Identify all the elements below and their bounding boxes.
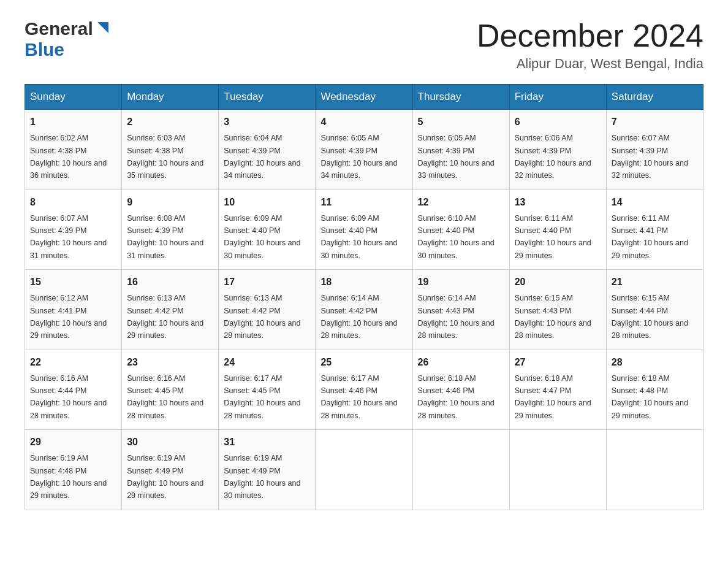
day-info: Sunrise: 6:06 AMSunset: 4:39 PMDaylight:… — [515, 134, 591, 180]
day-number: 28 — [612, 355, 698, 370]
day-info: Sunrise: 6:19 AMSunset: 4:48 PMDaylight:… — [30, 454, 107, 500]
day-number: 31 — [224, 435, 310, 450]
day-info: Sunrise: 6:02 AMSunset: 4:38 PMDaylight:… — [30, 134, 107, 180]
day-number: 1 — [30, 115, 116, 129]
day-info: Sunrise: 6:07 AMSunset: 4:39 PMDaylight:… — [30, 214, 107, 260]
logo-general-text: General — [25, 18, 93, 39]
day-info: Sunrise: 6:14 AMSunset: 4:42 PMDaylight:… — [320, 294, 397, 340]
day-info: Sunrise: 6:04 AMSunset: 4:39 PMDaylight:… — [224, 134, 300, 180]
day-number: 7 — [612, 115, 698, 129]
day-info: Sunrise: 6:08 AMSunset: 4:39 PMDaylight:… — [127, 214, 203, 260]
calendar-week-row: 15 Sunrise: 6:12 AMSunset: 4:41 PMDaylig… — [25, 270, 703, 350]
calendar-week-row: 1 Sunrise: 6:02 AMSunset: 4:38 PMDayligh… — [25, 110, 703, 190]
day-number: 19 — [418, 275, 504, 289]
day-number: 4 — [320, 115, 407, 129]
day-info: Sunrise: 6:18 AMSunset: 4:47 PMDaylight:… — [515, 374, 591, 420]
day-number: 25 — [320, 355, 407, 370]
day-info: Sunrise: 6:11 AMSunset: 4:40 PMDaylight:… — [515, 214, 591, 260]
day-number: 15 — [30, 275, 116, 289]
calendar-cell: 20 Sunrise: 6:15 AMSunset: 4:43 PMDaylig… — [509, 270, 606, 350]
day-number: 18 — [320, 275, 407, 289]
calendar-header-row: SundayMondayTuesdayWednesdayThursdayFrid… — [25, 85, 703, 110]
calendar-cell: 30 Sunrise: 6:19 AMSunset: 4:49 PMDaylig… — [122, 430, 219, 510]
day-number: 5 — [418, 115, 504, 129]
column-header-wednesday: Wednesday — [316, 85, 412, 110]
day-info: Sunrise: 6:12 AMSunset: 4:41 PMDaylight:… — [30, 294, 107, 340]
day-info: Sunrise: 6:11 AMSunset: 4:41 PMDaylight:… — [612, 214, 688, 260]
day-number: 27 — [515, 355, 601, 370]
day-info: Sunrise: 6:16 AMSunset: 4:44 PMDaylight:… — [30, 374, 107, 420]
day-number: 24 — [224, 355, 310, 370]
calendar-cell: 13 Sunrise: 6:11 AMSunset: 4:40 PMDaylig… — [509, 190, 606, 270]
calendar-cell: 23 Sunrise: 6:16 AMSunset: 4:45 PMDaylig… — [122, 350, 219, 430]
day-number: 8 — [30, 195, 116, 210]
column-header-monday: Monday — [122, 85, 219, 110]
calendar-cell: 12 Sunrise: 6:10 AMSunset: 4:40 PMDaylig… — [412, 190, 509, 270]
calendar-cell: 8 Sunrise: 6:07 AMSunset: 4:39 PMDayligh… — [25, 190, 122, 270]
calendar-cell: 15 Sunrise: 6:12 AMSunset: 4:41 PMDaylig… — [25, 270, 122, 350]
day-number: 13 — [515, 195, 601, 210]
calendar-cell: 19 Sunrise: 6:14 AMSunset: 4:43 PMDaylig… — [412, 270, 509, 350]
day-number: 6 — [515, 115, 601, 129]
calendar-cell — [509, 430, 606, 510]
location-subtitle: Alipur Duar, West Bengal, India — [477, 56, 703, 72]
day-info: Sunrise: 6:16 AMSunset: 4:45 PMDaylight:… — [127, 374, 203, 420]
day-info: Sunrise: 6:18 AMSunset: 4:48 PMDaylight:… — [612, 374, 688, 420]
column-header-sunday: Sunday — [25, 85, 122, 110]
logo-arrow-icon — [95, 20, 111, 36]
day-number: 26 — [418, 355, 504, 370]
calendar-cell: 17 Sunrise: 6:13 AMSunset: 4:42 PMDaylig… — [219, 270, 316, 350]
day-number: 11 — [320, 195, 407, 210]
day-info: Sunrise: 6:09 AMSunset: 4:40 PMDaylight:… — [224, 214, 300, 260]
calendar-table: SundayMondayTuesdayWednesdayThursdayFrid… — [25, 84, 703, 510]
month-year-title: December 2024 — [477, 18, 703, 53]
day-number: 10 — [224, 195, 310, 210]
day-number: 17 — [224, 275, 310, 289]
day-number: 29 — [30, 435, 116, 450]
day-number: 16 — [127, 275, 213, 289]
day-number: 22 — [30, 355, 116, 370]
day-number: 14 — [612, 195, 698, 210]
day-number: 23 — [127, 355, 213, 370]
day-number: 9 — [127, 195, 213, 210]
calendar-cell: 29 Sunrise: 6:19 AMSunset: 4:48 PMDaylig… — [25, 430, 122, 510]
calendar-cell: 25 Sunrise: 6:17 AMSunset: 4:46 PMDaylig… — [316, 350, 412, 430]
day-number: 30 — [127, 435, 213, 450]
day-info: Sunrise: 6:09 AMSunset: 4:40 PMDaylight:… — [320, 214, 397, 260]
column-header-tuesday: Tuesday — [219, 85, 316, 110]
calendar-cell: 31 Sunrise: 6:19 AMSunset: 4:49 PMDaylig… — [219, 430, 316, 510]
svg-marker-0 — [97, 22, 108, 33]
calendar-cell: 26 Sunrise: 6:18 AMSunset: 4:46 PMDaylig… — [412, 350, 509, 430]
logo: General Blue — [25, 18, 111, 60]
day-info: Sunrise: 6:03 AMSunset: 4:38 PMDaylight:… — [127, 134, 203, 180]
day-info: Sunrise: 6:19 AMSunset: 4:49 PMDaylight:… — [224, 454, 300, 500]
day-number: 12 — [418, 195, 504, 210]
title-area: December 2024 Alipur Duar, West Bengal, … — [477, 18, 703, 72]
day-info: Sunrise: 6:18 AMSunset: 4:46 PMDaylight:… — [418, 374, 495, 420]
day-info: Sunrise: 6:10 AMSunset: 4:40 PMDaylight:… — [418, 214, 495, 260]
calendar-cell — [412, 430, 509, 510]
calendar-week-row: 29 Sunrise: 6:19 AMSunset: 4:48 PMDaylig… — [25, 430, 703, 510]
calendar-cell — [316, 430, 412, 510]
calendar-cell: 6 Sunrise: 6:06 AMSunset: 4:39 PMDayligh… — [509, 110, 606, 190]
column-header-thursday: Thursday — [412, 85, 509, 110]
calendar-cell: 5 Sunrise: 6:05 AMSunset: 4:39 PMDayligh… — [412, 110, 509, 190]
calendar-cell: 2 Sunrise: 6:03 AMSunset: 4:38 PMDayligh… — [122, 110, 219, 190]
calendar-cell: 7 Sunrise: 6:07 AMSunset: 4:39 PMDayligh… — [606, 110, 703, 190]
calendar-cell: 28 Sunrise: 6:18 AMSunset: 4:48 PMDaylig… — [606, 350, 703, 430]
calendar-cell: 16 Sunrise: 6:13 AMSunset: 4:42 PMDaylig… — [122, 270, 219, 350]
calendar-cell: 11 Sunrise: 6:09 AMSunset: 4:40 PMDaylig… — [316, 190, 412, 270]
calendar-cell: 10 Sunrise: 6:09 AMSunset: 4:40 PMDaylig… — [219, 190, 316, 270]
calendar-cell: 3 Sunrise: 6:04 AMSunset: 4:39 PMDayligh… — [219, 110, 316, 190]
calendar-cell: 27 Sunrise: 6:18 AMSunset: 4:47 PMDaylig… — [509, 350, 606, 430]
column-header-friday: Friday — [509, 85, 606, 110]
day-info: Sunrise: 6:05 AMSunset: 4:39 PMDaylight:… — [418, 134, 495, 180]
column-header-saturday: Saturday — [606, 85, 703, 110]
day-number: 21 — [612, 275, 698, 289]
day-info: Sunrise: 6:15 AMSunset: 4:43 PMDaylight:… — [515, 294, 591, 340]
page-header: General Blue December 2024 Alipur Duar, … — [25, 18, 703, 72]
calendar-week-row: 8 Sunrise: 6:07 AMSunset: 4:39 PMDayligh… — [25, 190, 703, 270]
calendar-cell: 24 Sunrise: 6:17 AMSunset: 4:45 PMDaylig… — [219, 350, 316, 430]
calendar-cell: 1 Sunrise: 6:02 AMSunset: 4:38 PMDayligh… — [25, 110, 122, 190]
calendar-cell: 21 Sunrise: 6:15 AMSunset: 4:44 PMDaylig… — [606, 270, 703, 350]
